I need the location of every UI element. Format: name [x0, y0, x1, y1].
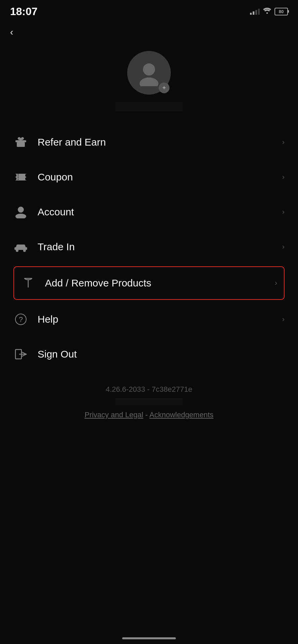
svg-rect-4: [17, 142, 25, 147]
ticket-icon: [13, 170, 28, 184]
back-arrow-icon: ‹: [10, 27, 13, 37]
sign-out-label: Sign Out: [38, 348, 285, 360]
chevron-icon: ›: [282, 208, 285, 216]
add-remove-products-label: Add / Remove Products: [45, 277, 275, 289]
svg-text:?: ?: [19, 315, 23, 324]
menu-item-help[interactable]: ? Help ›: [0, 302, 298, 337]
chevron-icon: ›: [282, 243, 285, 251]
coupon-label: Coupon: [38, 171, 282, 183]
menu-item-account[interactable]: Account ›: [0, 195, 298, 229]
avatar-container: +: [127, 51, 171, 95]
svg-point-12: [18, 207, 24, 213]
svg-rect-17: [16, 245, 25, 247]
username-redacted: [115, 102, 183, 111]
acknowledgements-link[interactable]: Acknowledgements: [149, 411, 213, 419]
chevron-icon: ›: [282, 138, 285, 147]
plus-icon: +: [162, 85, 166, 92]
help-label: Help: [38, 314, 282, 325]
svg-point-1: [143, 63, 155, 75]
menu-item-sign-out[interactable]: Sign Out: [0, 337, 298, 372]
battery-level: 80: [279, 9, 284, 14]
gift-icon: [13, 135, 28, 150]
svg-rect-6: [15, 174, 27, 180]
menu-item-coupon[interactable]: Coupon ›: [0, 160, 298, 195]
svg-rect-5: [15, 140, 26, 142]
footer: 4.26.6-2033 - 7c38e2771e Privacy and Leg…: [0, 372, 298, 429]
home-indicator: [122, 637, 176, 639]
menu-item-trade-in[interactable]: Trade In ›: [0, 229, 298, 264]
signout-icon: [13, 347, 28, 362]
svg-point-15: [16, 249, 18, 252]
add-photo-button[interactable]: +: [159, 83, 169, 93]
svg-point-2: [140, 77, 158, 86]
menu-item-add-remove-products[interactable]: Add / Remove Products ›: [13, 266, 285, 300]
tesla-icon: [21, 276, 36, 290]
svg-point-13: [15, 214, 26, 218]
wifi-icon: [263, 8, 271, 15]
status-bar: 18:07 80: [0, 0, 298, 20]
chevron-icon: ›: [282, 315, 285, 324]
footer-redacted: [115, 398, 183, 405]
account-label: Account: [38, 206, 282, 218]
signal-bars-icon: [250, 8, 260, 15]
status-time: 18:07: [10, 5, 38, 18]
refer-and-earn-label: Refer and Earn: [38, 137, 282, 148]
help-icon: ?: [13, 312, 28, 327]
chevron-icon: ›: [275, 279, 277, 287]
battery-icon: 80: [275, 8, 288, 15]
privacy-legal-link[interactable]: Privacy and Legal: [85, 411, 143, 419]
car-icon: [13, 239, 28, 254]
profile-section: +: [0, 44, 298, 125]
back-button[interactable]: ‹: [0, 20, 298, 44]
trade-in-label: Trade In: [38, 241, 282, 253]
version-text: 4.26.6-2033 - 7c38e2771e: [10, 385, 288, 394]
person-icon: [136, 59, 162, 86]
account-icon: [13, 205, 28, 219]
chevron-icon: ›: [282, 173, 285, 181]
menu-list: Refer and Earn › Coupon › Account ›: [0, 125, 298, 372]
svg-point-16: [23, 249, 26, 252]
menu-item-refer-and-earn[interactable]: Refer and Earn ›: [0, 125, 298, 160]
footer-links: Privacy and Legal - Acknowledgements: [10, 411, 288, 419]
status-icons: 80: [250, 8, 288, 15]
footer-separator: -: [145, 411, 149, 419]
